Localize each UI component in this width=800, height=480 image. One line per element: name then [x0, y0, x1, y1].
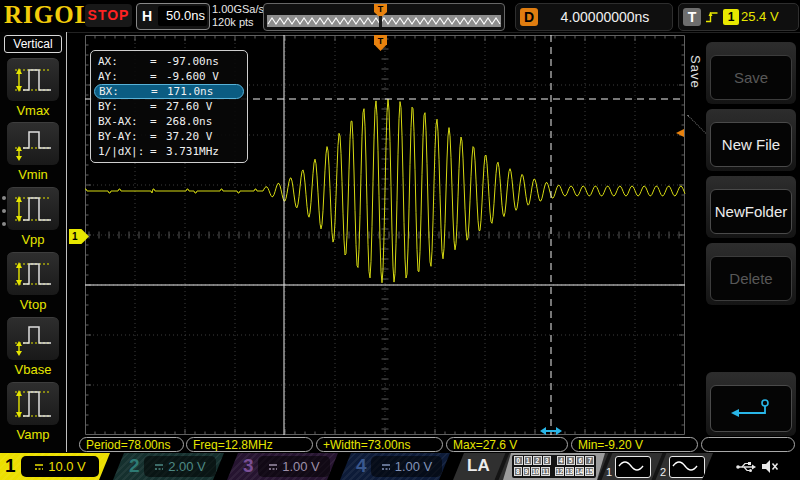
waveform-display-area: 1 T AX: = -97.00ns AY: = -9.600 V BX: = … — [85, 35, 685, 435]
horizontal-scale-box[interactable]: H 50.0ns — [136, 3, 210, 30]
vmax-waveform-icon — [11, 62, 55, 98]
channel-3-scale: 1.00 V — [258, 456, 330, 477]
channel-1-scale: 10.0 V — [21, 456, 99, 477]
channel-2-badge[interactable]: 2 2.00 V — [113, 453, 224, 480]
rigol-logo: RIGOL — [4, 1, 92, 29]
acquisition-info: 1.00GSa/s 120k pts — [212, 3, 264, 29]
measurement-period: Period=78.00ns — [79, 437, 184, 452]
generator-1-status[interactable]: 1 — [604, 453, 656, 480]
new-folder-button[interactable]: NewFolder — [710, 189, 792, 234]
vmin-waveform-icon — [11, 126, 55, 162]
sidebar-item-vamp[interactable]: Vamp — [0, 382, 66, 442]
trigger-delay-value: 4.00000000ns — [542, 4, 668, 30]
trigger-delay-box[interactable]: D 4.00000000ns — [515, 3, 673, 31]
sidebar-item-label: Vamp — [0, 427, 66, 442]
sine-wave-icon — [615, 456, 651, 478]
sidebar-item-vmin[interactable]: Vmin — [0, 122, 66, 182]
measurement-max: Max=27.6 V — [446, 437, 568, 452]
vbase-waveform-icon — [11, 321, 55, 357]
horizontal-scale-value: 50.0ns — [158, 6, 207, 26]
return-arrow-icon — [723, 396, 779, 422]
cursor-row-ay: AY: = -9.600 V — [94, 69, 244, 84]
cursor-row-by: BY: = 27.60 V — [94, 99, 244, 114]
trigger-icon: T — [683, 8, 701, 26]
menu-slot: NewFolder — [706, 176, 796, 238]
return-button[interactable] — [710, 385, 792, 432]
cursor-row-bx-ax: BX-AX: = 268.0ns — [94, 114, 244, 129]
sidebar-item-label: Vmax — [0, 103, 66, 118]
sidebar-item-vmax[interactable]: Vmax — [0, 58, 66, 118]
digital-channels-panel: 01 23 45 67 89 1011 1213 1415 — [512, 455, 596, 478]
dc-coupling-icon — [154, 463, 164, 471]
trigger-level-value: 25.4 V — [741, 4, 779, 30]
sidebar-item-label: Vmin — [0, 167, 66, 182]
menu-tab-save: Save — [688, 55, 703, 89]
sidebar-item-vpp[interactable]: Vpp — [0, 187, 66, 247]
vpp-waveform-icon — [11, 191, 55, 227]
menu-page-dot — [2, 209, 6, 213]
oscilloscope-screen: RIGOL STOP H 50.0ns 1.00GSa/s 120k pts T… — [0, 0, 800, 480]
cursor-row-ax: AX: = -97.00ns — [94, 54, 244, 69]
digital-channels-plate: 01 23 45 67 89 1011 1213 1415 — [503, 453, 605, 480]
rising-edge-icon — [704, 9, 720, 25]
menu-slot: Delete — [706, 243, 796, 305]
trigger-source-channel-badge: 1 — [723, 9, 739, 25]
measurement-freq: Freq=12.8MHz — [186, 437, 313, 452]
channel-4-badge[interactable]: 4 1.00 V — [340, 453, 450, 480]
sine-wave-icon — [669, 456, 705, 478]
vtop-waveform-icon — [11, 256, 55, 292]
delete-button[interactable]: Delete — [710, 256, 792, 301]
vertical-measure-menu: Vertical Vmax Vmin Vpp — [0, 32, 67, 452]
usb-icon — [735, 459, 757, 474]
cursor-measurement-panel: AX: = -97.00ns AY: = -9.600 V BX: = 171.… — [90, 50, 248, 163]
channel-4-scale: 1.00 V — [371, 456, 442, 477]
sidebar-item-vtop[interactable]: Vtop — [0, 252, 66, 312]
vamp-waveform-icon — [11, 386, 55, 422]
channel-2-scale: 2.00 V — [144, 456, 216, 477]
new-file-button[interactable]: New File — [710, 122, 792, 167]
sidebar-item-label: Vpp — [0, 232, 66, 247]
sidebar-item-label: Vbase — [0, 362, 66, 377]
speaker-muted-icon — [760, 459, 780, 474]
dc-coupling-icon — [34, 463, 44, 471]
dc-coupling-icon — [381, 463, 391, 471]
trigger-position-notch — [379, 16, 382, 27]
cursor-row-by-ay: BY-AY: = 37.20 V — [94, 129, 244, 144]
generator-2-status[interactable]: 2 — [658, 453, 710, 480]
channel-3-badge[interactable]: 3 1.00 V — [227, 453, 338, 480]
measurement-min: Min=-9.20 V — [571, 437, 698, 452]
cursor-row-inv-dx: 1/|dX|: = 3.731MHz — [94, 144, 244, 159]
channel-1-badge[interactable]: 1 10.0 V — [0, 453, 110, 480]
cursor-row-bx-selected[interactable]: BX: = 171.0ns — [94, 84, 244, 99]
delay-icon: D — [520, 8, 538, 26]
sidebar-item-vbase[interactable]: Vbase — [0, 317, 66, 377]
menu-page-dot — [2, 222, 6, 226]
top-status-bar: RIGOL STOP H 50.0ns 1.00GSa/s 120k pts T… — [0, 0, 800, 33]
menu-slot — [706, 372, 796, 436]
dc-coupling-icon — [268, 463, 278, 471]
horizontal-label: H — [142, 8, 152, 24]
sample-rate: 1.00GSa/s — [212, 3, 264, 16]
measurement-pwidth: +Width=73.00ns — [316, 437, 443, 452]
memory-depth: 120k pts — [212, 16, 264, 29]
channel-status-bar: 1 10.0 V 2 2.00 V 3 — [0, 453, 800, 480]
menu-slot: New File — [706, 109, 796, 171]
menu-slot: Save — [706, 42, 796, 104]
trigger-status-box[interactable]: T 1 25.4 V — [678, 3, 799, 31]
measurement-empty-slot — [701, 437, 795, 452]
run-state-badge[interactable]: STOP — [85, 4, 132, 27]
menu-title: Vertical — [4, 35, 62, 53]
timebase-overview-strip[interactable]: T — [263, 3, 505, 31]
sidebar-item-label: Vtop — [0, 297, 66, 312]
save-button[interactable]: Save — [710, 55, 792, 100]
menu-page-dot — [2, 196, 6, 200]
logic-analyzer-status[interactable]: LA 01 23 45 67 89 1011 1213 1 — [453, 453, 713, 480]
